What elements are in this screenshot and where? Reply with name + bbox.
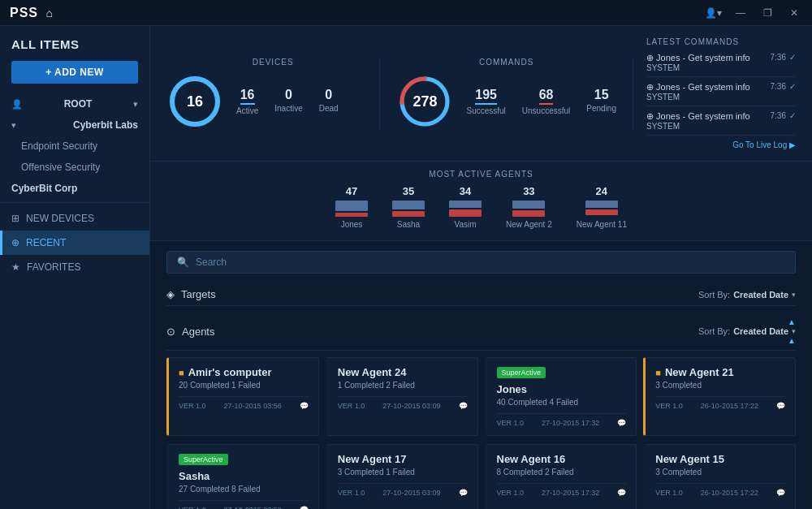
card-sasha-date: 27-10-2015 03:56	[224, 506, 282, 509]
go-to-log-link[interactable]: Go To Live Log ▶	[646, 140, 796, 149]
card-new-agent-21[interactable]: ■ New Agent 21 3 Completed VER 1.0 26-10…	[643, 357, 796, 436]
root-icon: 👤	[11, 99, 23, 110]
root-label: ROOT	[64, 98, 93, 110]
agents-sort-by[interactable]: Sort By: Created Date ▾	[698, 326, 796, 336]
search-bar[interactable]: 🔍	[166, 251, 796, 274]
sidebar-item-favorites[interactable]: ★ FAVORITES	[0, 255, 149, 279]
latest-commands-panel: LATEST COMMANDS ⊕ Jones - Get system inf…	[633, 37, 796, 149]
card-sasha[interactable]: SuperActive Sasha 27 Completed 8 Failed …	[166, 444, 319, 509]
stat-inactive: 0 Inactive	[274, 88, 302, 115]
new-agent-2-name: New Agent 2	[506, 220, 552, 229]
active-count: 16	[240, 88, 255, 105]
card-new-agent-16[interactable]: New Agent 16 8 Completed 2 Failed VER 1.…	[485, 444, 637, 509]
card-new-agent-21-date: 26-10-2015 17:22	[701, 402, 758, 410]
most-active-title: MOST ACTIVE AGENTS	[166, 170, 796, 179]
card-new-agent-24[interactable]: New Agent 24 1 Completed 2 Failed VER 1.…	[326, 357, 478, 436]
add-new-button[interactable]: + ADD NEW	[11, 61, 138, 84]
scroll-down-arrow[interactable]: ▲	[788, 336, 796, 345]
card-jones-msg-icon: 💬	[617, 419, 626, 427]
stat-active: 16 Active	[236, 88, 258, 115]
sasha-count: 35	[403, 185, 414, 197]
cmd-info-2: ⊕ Jones - Get system info SYSTEM	[646, 82, 764, 101]
cmd-info-3: ⊕ Jones - Get system info SYSTEM	[646, 111, 764, 131]
user-icon[interactable]: 👤▾	[705, 7, 722, 19]
app-logo: PSS ⌂	[10, 6, 54, 20]
stat-pending: 15 Pending	[586, 88, 616, 115]
close-button[interactable]: ✕	[786, 6, 802, 20]
new-agent-2-count: 33	[523, 185, 534, 197]
new-agent-11-count: 24	[596, 185, 607, 197]
sidebar-item-endpoint-security[interactable]: Endpoint Security	[0, 136, 149, 157]
card-new-agent-15-stats: 3 Completed	[655, 468, 785, 477]
jones-bar-bottom	[335, 213, 368, 217]
cmd-check-1: ✓	[789, 53, 796, 72]
sidebar-item-offensive-security[interactable]: Offensive Security	[0, 157, 149, 178]
card-new-agent-15-msg-icon: 💬	[776, 489, 785, 497]
sidebar-item-recent[interactable]: ⊕ RECENT	[0, 231, 149, 255]
new-agent-11-bar-bottom	[585, 209, 618, 215]
restore-button[interactable]: ❐	[759, 6, 776, 20]
sidebar-item-cyberbit-corp[interactable]: CyberBit Corp	[0, 178, 149, 199]
cmd-time-2: 7:36	[771, 82, 786, 101]
card-new-agent-17-ver: VER 1.0	[338, 489, 365, 497]
card-new-agent-24-stats: 1 Completed 2 Failed	[338, 381, 468, 390]
search-input[interactable]	[196, 257, 785, 268]
new-devices-label: NEW DEVICES	[26, 213, 94, 224]
chevron-down-icon-2: ▾	[11, 120, 16, 131]
sidebar-item-cyberbit-labs[interactable]: ▾ Cyberbit Labs	[0, 114, 149, 136]
cmd-item-3: ⊕ Jones - Get system info SYSTEM 7:36 ✓	[646, 111, 796, 136]
cmd-item-2: ⊕ Jones - Get system info SYSTEM 7:36 ✓	[646, 82, 796, 106]
successful-count: 195	[475, 88, 497, 105]
new-agent-11-bar-top	[585, 201, 618, 208]
cmd-text-1: ⊕ Jones - Get system info	[646, 53, 764, 63]
devices-stat-group: 16 Active 0 Inactive 0 Dead	[236, 88, 339, 115]
minimize-button[interactable]: —	[732, 6, 749, 20]
sidebar-item-new-devices[interactable]: ⊞ NEW DEVICES	[0, 206, 149, 231]
card-new-agent-21-msg-icon: 💬	[776, 402, 785, 410]
offensive-security-label: Offensive Security	[21, 162, 100, 173]
card-new-agent-16-msg-icon: 💬	[617, 489, 626, 497]
agents-section-header: ⊙ Agents ▲ Sort By: Created Date ▾ ▲	[166, 313, 796, 351]
cmd-check-2: ✓	[789, 82, 796, 101]
favorites-icon: ★	[11, 261, 20, 273]
successful-label: Successful	[466, 106, 505, 115]
agent-bar-sasha: 35 Sasha	[392, 185, 425, 229]
card-new-agent-16-name: New Agent 16	[497, 453, 627, 465]
targets-sort-by[interactable]: Sort By: Created Date ▾	[698, 290, 796, 300]
commands-title: COMMANDS	[396, 58, 616, 67]
card-amirs-footer: VER 1.0 27-10-2015 03:56 💬	[179, 396, 309, 410]
cmd-text-2: ⊕ Jones - Get system info	[646, 82, 764, 93]
card-jones[interactable]: SuperActive Jones 40 Completed 4 Failed …	[485, 357, 637, 436]
vasim-bar-bottom	[449, 209, 482, 217]
card-amirs-computer[interactable]: ■ Amir's computer 20 Completed 1 Failed …	[166, 357, 319, 436]
card-new-agent-15[interactable]: New Agent 15 3 Completed VER 1.0 26-10-2…	[643, 444, 796, 509]
status-icon-amirs: ■	[179, 368, 184, 377]
stats-panel: DEVICES 16 16 Active	[150, 26, 812, 162]
dead-count: 0	[319, 88, 339, 102]
new-agent-11-name: New Agent 11	[577, 220, 627, 229]
targets-section-header: ◈ Targets Sort By: Created Date ▾	[166, 283, 796, 306]
card-sasha-badge: SuperActive	[179, 454, 228, 465]
sasha-bar-top	[392, 201, 425, 209]
vasim-bar	[449, 201, 482, 217]
agents-icon: ⊙	[166, 326, 175, 338]
card-jones-footer: VER 1.0 27-10-2015 17:32 💬	[497, 413, 627, 427]
card-new-agent-16-footer: VER 1.0 27-10-2015 17:32 💬	[497, 483, 627, 497]
agents-sort-value: Created Date	[733, 326, 788, 336]
card-new-agent-21-ver: VER 1.0	[655, 402, 683, 410]
inactive-count: 0	[274, 88, 302, 102]
card-sasha-footer: VER 1.0 27-10-2015 03:56 💬	[179, 500, 309, 509]
card-amirs-computer-name: ■ Amir's computer	[179, 366, 309, 378]
devices-total-value: 16	[187, 93, 203, 110]
card-new-agent-15-footer: VER 1.0 26-10-2015 17:22 💬	[655, 483, 785, 497]
new-devices-icon: ⊞	[11, 213, 19, 224]
search-icon: 🔍	[177, 257, 189, 268]
logo-text: PSS ⌂	[10, 6, 54, 20]
scroll-up-arrow[interactable]: ▲	[788, 317, 796, 326]
card-new-agent-21-stats: 3 Completed	[655, 381, 785, 390]
card-new-agent-17-date: 27-10-2015 03:09	[382, 489, 440, 497]
card-new-agent-17[interactable]: New Agent 17 3 Completed 1 Failed VER 1.…	[326, 444, 478, 509]
card-jones-stats: 40 Completed 4 Failed	[497, 398, 627, 407]
main-content: DEVICES 16 16 Active	[150, 26, 812, 509]
sidebar-item-root[interactable]: 👤 ROOT ▾	[0, 93, 149, 114]
